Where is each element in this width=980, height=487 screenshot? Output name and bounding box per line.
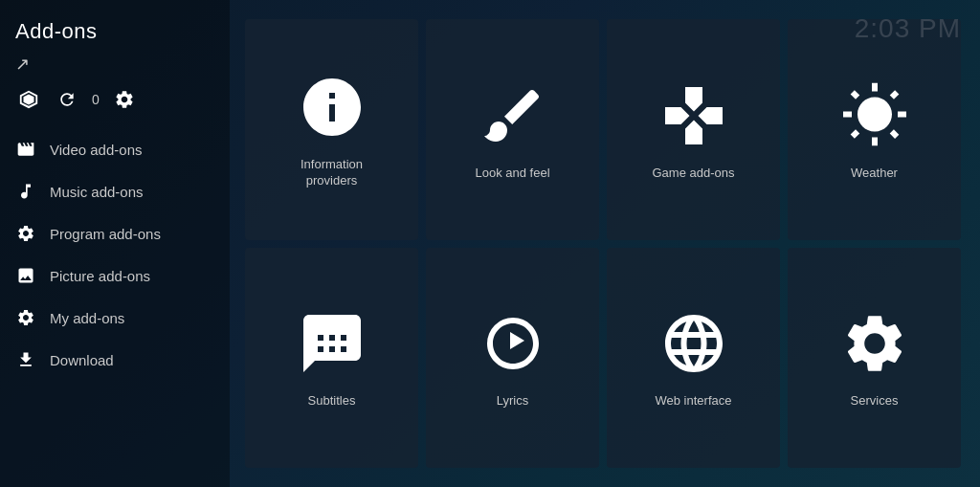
services-icon (836, 305, 913, 382)
grid-label-web-interface: Web interface (656, 393, 732, 410)
sidebar-item-picture-addons[interactable]: Picture add-ons (0, 255, 230, 297)
grid-item-web-interface[interactable]: Web interface (607, 248, 780, 469)
main-grid: Informationproviders Look and feel Game … (230, 0, 980, 487)
music-icon (15, 181, 36, 202)
my-addons-icon (15, 307, 36, 328)
grid-label-information-providers: Informationproviders (301, 157, 363, 189)
grid-item-information-providers[interactable]: Informationproviders (245, 19, 418, 240)
sidebar-label-program-addons: Program add-ons (50, 226, 161, 242)
toolbar: 0 (0, 82, 230, 128)
video-icon (15, 139, 36, 160)
box-icon[interactable] (15, 86, 42, 113)
grid-label-weather: Weather (851, 166, 898, 182)
sidebar-item-my-addons[interactable]: My add-ons (0, 297, 230, 339)
sidebar-item-program-addons[interactable]: Program add-ons (0, 212, 230, 255)
grid-label-lyrics: Lyrics (497, 393, 528, 410)
grid-label-game-addons: Game add-ons (653, 166, 735, 182)
sidebar-label-my-addons: My add-ons (50, 310, 124, 326)
grid-item-look-and-feel[interactable]: Look and feel (426, 19, 599, 240)
page-title: Add-ons (0, 15, 230, 52)
grid-item-services[interactable]: Services (788, 248, 961, 469)
sidebar: Add-ons ↗ 0 Video add-ons (0, 0, 230, 487)
web-interface-icon (656, 305, 732, 382)
subtitles-icon (294, 305, 370, 382)
sidebar-label-picture-addons: Picture add-ons (50, 268, 150, 284)
sidebar-label-download: Download (50, 352, 114, 368)
grid-item-lyrics[interactable]: Lyrics (426, 248, 599, 469)
cursor-icon: ↗ (0, 52, 230, 82)
weather-icon (836, 77, 913, 154)
settings-icon[interactable] (111, 86, 138, 113)
grid-label-services: Services (851, 393, 899, 410)
grid-label-subtitles: Subtitles (308, 393, 356, 410)
grid-item-weather[interactable]: Weather (788, 19, 961, 240)
picture-icon (15, 265, 36, 286)
refresh-icon[interactable] (54, 86, 80, 113)
lyrics-icon (475, 305, 551, 382)
sidebar-item-download[interactable]: Download (0, 339, 230, 381)
grid-item-game-addons[interactable]: Game add-ons (607, 19, 780, 240)
program-icon (15, 223, 36, 244)
download-icon (15, 349, 36, 370)
information-providers-icon (294, 69, 370, 145)
sidebar-label-video-addons: Video add-ons (50, 142, 142, 158)
grid-label-look-and-feel: Look and feel (475, 166, 549, 182)
look-and-feel-icon (475, 77, 551, 154)
sidebar-item-music-addons[interactable]: Music add-ons (0, 170, 230, 212)
game-addons-icon (656, 77, 732, 154)
update-count: 0 (92, 92, 100, 107)
sidebar-item-video-addons[interactable]: Video add-ons (0, 128, 230, 170)
sidebar-label-music-addons: Music add-ons (50, 184, 144, 200)
grid-item-subtitles[interactable]: Subtitles (245, 248, 418, 469)
